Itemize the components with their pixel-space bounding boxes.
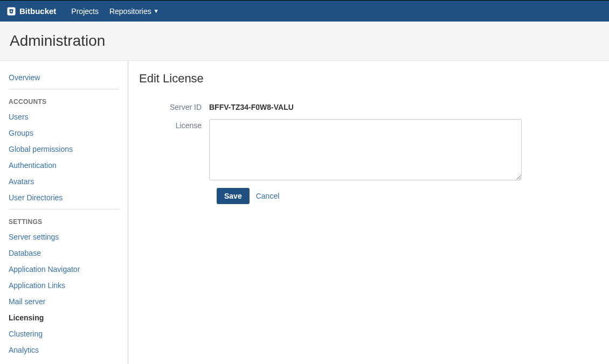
chevron-down-icon: ▼ [154, 8, 159, 14]
sidebar-item-overview[interactable]: Overview [9, 69, 119, 86]
sidebar-item-user-directories[interactable]: User Directories [9, 190, 119, 206]
nav-projects[interactable]: Projects [66, 7, 104, 16]
nav-repositories-label: Repositories [109, 7, 151, 16]
svg-point-1 [11, 10, 12, 12]
sidebar-item-global-permissions[interactable]: Global permissions [9, 141, 119, 157]
sidebar-item-users[interactable]: Users [9, 109, 119, 125]
sidebar-item-mail-server[interactable]: Mail server [9, 293, 119, 310]
server-id-value: BFFV-TZ34-F0W8-VALU [209, 101, 294, 111]
license-label: License [139, 119, 209, 130]
cancel-button[interactable]: Cancel [256, 192, 280, 200]
divider [9, 89, 119, 89]
topbar: Bitbucket Projects Repositories ▼ [0, 0, 609, 22]
sidebar-item-analytics[interactable]: Analytics [9, 342, 119, 358]
sidebar-item-licensing[interactable]: Licensing [9, 310, 119, 326]
brand-logo[interactable]: Bitbucket [6, 6, 56, 16]
bitbucket-icon [6, 6, 16, 16]
page-title: Administration [10, 32, 599, 50]
sidebar-item-authentication[interactable]: Authentication [9, 157, 119, 173]
sidebar-item-groups[interactable]: Groups [9, 125, 119, 141]
divider [9, 209, 119, 209]
sidebar-section-settings: SETTINGS [9, 211, 119, 229]
sidebar: Overview ACCOUNTS Users Groups Global pe… [0, 61, 128, 364]
sidebar-item-application-navigator[interactable]: Application Navigator [9, 261, 119, 277]
server-id-label: Server ID [139, 101, 209, 111]
row-server-id: Server ID BFFV-TZ34-F0W8-VALU [139, 101, 598, 111]
save-button[interactable]: Save [217, 188, 250, 204]
page-body: Overview ACCOUNTS Users Groups Global pe… [0, 61, 609, 364]
license-textarea[interactable] [209, 119, 522, 180]
brand-text: Bitbucket [19, 6, 56, 16]
nav-projects-label: Projects [71, 7, 99, 16]
form-actions: Save Cancel [217, 188, 598, 204]
sidebar-section-accounts: ACCOUNTS [9, 90, 119, 109]
sidebar-item-server-settings[interactable]: Server settings [9, 229, 119, 245]
content-title: Edit License [139, 72, 598, 86]
sidebar-item-application-links[interactable]: Application Links [9, 277, 119, 293]
sidebar-item-avatars[interactable]: Avatars [9, 173, 119, 190]
main-content: Edit License Server ID BFFV-TZ34-F0W8-VA… [128, 61, 609, 364]
sidebar-item-database[interactable]: Database [9, 245, 119, 261]
page-header: Administration [0, 22, 609, 61]
sidebar-item-clustering[interactable]: Clustering [9, 326, 119, 342]
row-license: License [139, 119, 598, 180]
nav-repositories[interactable]: Repositories ▼ [104, 7, 164, 16]
